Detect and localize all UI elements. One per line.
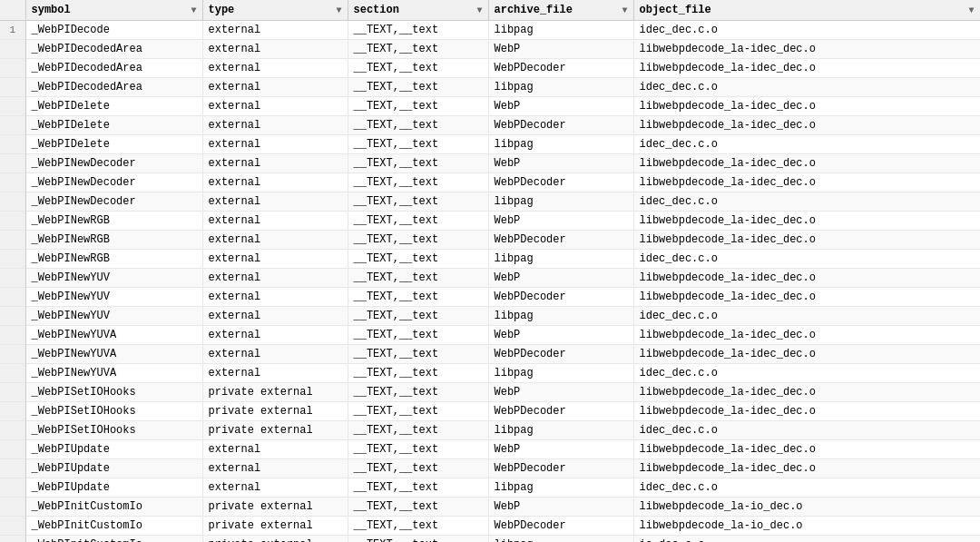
cell-object-file: libwebpdecode_la-idec_dec.o	[633, 459, 980, 478]
table-row: _WebPINewYUVexternal__TEXT,__textlibpagi…	[0, 307, 980, 326]
cell-type: external	[202, 212, 348, 231]
cell-row-num	[0, 498, 25, 517]
cell-row-num	[0, 59, 25, 78]
cell-type: external	[202, 59, 348, 78]
cell-row-num	[0, 288, 25, 307]
cell-archive-file: WebPDecoder	[488, 59, 633, 78]
cell-section: __TEXT,__text	[348, 231, 488, 250]
cell-section: __TEXT,__text	[348, 478, 488, 498]
cell-row-num	[0, 97, 25, 116]
cell-section: __TEXT,__text	[348, 212, 488, 231]
cell-symbol: _WebPInitCustomIo	[25, 536, 202, 543]
cell-row-num	[0, 135, 25, 154]
cell-row-num	[0, 192, 25, 212]
cell-row-num	[0, 307, 25, 326]
cell-object-file: idec_dec.c.o	[633, 307, 980, 326]
cell-row-num	[0, 78, 25, 97]
cell-archive-file: libpag	[488, 364, 633, 383]
cell-symbol: _WebPIDecode	[25, 21, 202, 40]
cell-object-file: libwebpdecode_la-idec_dec.o	[633, 173, 980, 192]
cell-object-file: io_dec.c.o	[633, 536, 980, 543]
table-row: _WebPInitCustomIoprivate external__TEXT,…	[0, 517, 980, 536]
cell-row-num	[0, 269, 25, 288]
cell-archive-file: WebP	[488, 97, 633, 116]
cell-archive-file: WebP	[488, 440, 633, 459]
cell-row-num	[0, 173, 25, 192]
cell-symbol: _WebPIDecodedArea	[25, 78, 202, 97]
cell-section: __TEXT,__text	[348, 345, 488, 364]
table-header-row: symbol ▼ type ▼ section ▼	[0, 0, 980, 21]
table-row: _WebPINewDecoderexternal__TEXT,__textWeb…	[0, 154, 980, 173]
table-row: _WebPINewRGBexternal__TEXT,__textlibpagi…	[0, 250, 980, 269]
col-header-object-label: object_file	[640, 4, 711, 16]
cell-row-num	[0, 536, 25, 543]
cell-symbol: _WebPINewDecoder	[25, 173, 202, 192]
section-filter-icon[interactable]: ▼	[476, 5, 482, 15]
cell-type: external	[202, 459, 348, 478]
col-header-type[interactable]: type ▼	[202, 0, 348, 21]
cell-row-num	[0, 402, 25, 421]
cell-symbol: _WebPINewYUVA	[25, 345, 202, 364]
cell-section: __TEXT,__text	[348, 59, 488, 78]
cell-archive-file: WebPDecoder	[488, 231, 633, 250]
cell-row-num	[0, 212, 25, 231]
cell-archive-file: libpag	[488, 536, 633, 543]
cell-symbol: _WebPINewDecoder	[25, 192, 202, 212]
cell-object-file: libwebpdecode_la-idec_dec.o	[633, 288, 980, 307]
cell-row-num	[0, 440, 25, 459]
cell-row-num	[0, 517, 25, 536]
cell-section: __TEXT,__text	[348, 116, 488, 135]
cell-symbol: _WebPISetIOHooks	[25, 383, 202, 402]
col-header-row-num	[0, 0, 25, 21]
cell-object-file: libwebpdecode_la-idec_dec.o	[633, 345, 980, 364]
cell-section: __TEXT,__text	[348, 40, 488, 59]
cell-archive-file: WebPDecoder	[488, 116, 633, 135]
cell-object-file: libwebpdecode_la-idec_dec.o	[633, 402, 980, 421]
cell-archive-file: WebPDecoder	[488, 345, 633, 364]
cell-type: external	[202, 97, 348, 116]
cell-symbol: _WebPINewYUVA	[25, 364, 202, 383]
cell-section: __TEXT,__text	[348, 459, 488, 478]
archive-filter-icon[interactable]: ▼	[622, 5, 627, 15]
cell-symbol: _WebPINewYUV	[25, 288, 202, 307]
cell-object-file: libwebpdecode_la-idec_dec.o	[633, 97, 980, 116]
table-row: _WebPIDecodedAreaexternal__TEXT,__textli…	[0, 78, 980, 97]
cell-type: external	[202, 40, 348, 59]
cell-type: private external	[202, 498, 348, 517]
object-filter-icon[interactable]: ▼	[968, 5, 974, 15]
col-header-symbol[interactable]: symbol ▼	[25, 0, 202, 21]
col-header-archive[interactable]: archive_file ▼	[488, 0, 633, 21]
col-header-object[interactable]: object_file ▼	[633, 0, 980, 21]
cell-row-num	[0, 116, 25, 135]
type-filter-icon[interactable]: ▼	[336, 5, 341, 15]
cell-symbol: _WebPINewYUVA	[25, 326, 202, 345]
symbol-filter-icon[interactable]: ▼	[191, 5, 196, 15]
cell-archive-file: WebPDecoder	[488, 459, 633, 478]
cell-row-num	[0, 478, 25, 498]
cell-archive-file: WebP	[488, 154, 633, 173]
cell-type: external	[202, 250, 348, 269]
cell-symbol: _WebPIUpdate	[25, 440, 202, 459]
cell-archive-file: WebP	[488, 269, 633, 288]
cell-object-file: libwebpdecode_la-idec_dec.o	[633, 40, 980, 59]
cell-section: __TEXT,__text	[348, 326, 488, 345]
cell-row-num: 1	[0, 21, 25, 40]
table-row: _WebPIDeleteexternal__TEXT,__textlibpagi…	[0, 135, 980, 154]
cell-archive-file: libpag	[488, 78, 633, 97]
cell-symbol: _WebPIDecodedArea	[25, 40, 202, 59]
cell-archive-file: libpag	[488, 135, 633, 154]
cell-symbol: _WebPIUpdate	[25, 459, 202, 478]
cell-symbol: _WebPIDecodedArea	[25, 59, 202, 78]
cell-row-num	[0, 250, 25, 269]
table-row: _WebPINewRGBexternal__TEXT,__textWebPlib…	[0, 212, 980, 231]
cell-row-num	[0, 459, 25, 478]
cell-section: __TEXT,__text	[348, 192, 488, 212]
cell-section: __TEXT,__text	[348, 383, 488, 402]
col-header-section[interactable]: section ▼	[348, 0, 488, 21]
cell-symbol: _WebPIDelete	[25, 135, 202, 154]
table-body: 1_WebPIDecodeexternal__TEXT,__textlibpag…	[0, 21, 980, 543]
table-row: _WebPINewYUVexternal__TEXT,__textWebPDec…	[0, 288, 980, 307]
table-row: _WebPInitCustomIoprivate external__TEXT,…	[0, 536, 980, 543]
col-header-archive-label: archive_file	[495, 4, 573, 16]
cell-archive-file: WebP	[488, 212, 633, 231]
